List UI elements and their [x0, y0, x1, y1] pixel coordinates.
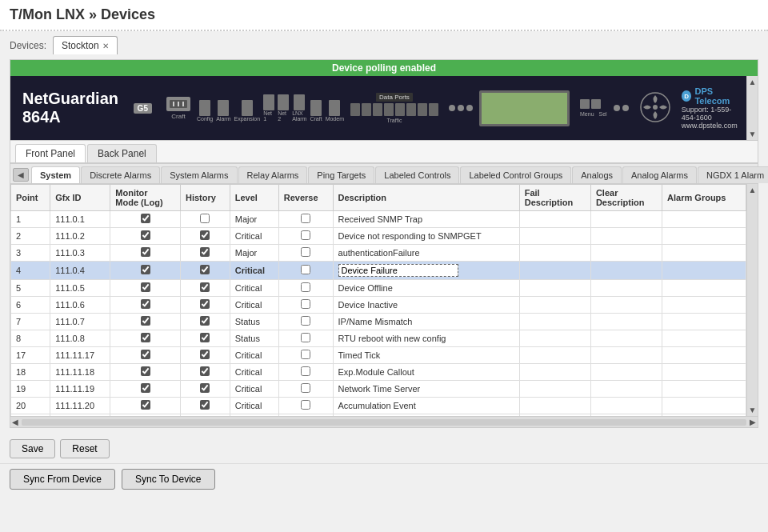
table-row[interactable]: 19111.11.19CriticalNetwork Time Server [11, 381, 746, 398]
hscroll-left-arrow[interactable]: ◀ [12, 418, 18, 426]
cell-gfx-id: 111.11.21 [50, 414, 110, 417]
horiz-scroll[interactable]: ◀ ▶ [10, 416, 758, 427]
cell-reverse[interactable] [278, 398, 333, 414]
cell-history[interactable] [180, 228, 230, 245]
tab-labeled-control-groups[interactable]: Labeled Control Groups [460, 166, 571, 183]
tab-stockton[interactable]: Stockton ✕ [53, 36, 118, 54]
table-scroll-content[interactable]: Point Gfx ID MonitorMode (Log) History L… [10, 184, 746, 416]
cell-gfx-id: 111.0.3 [50, 245, 110, 262]
cell-history[interactable] [180, 280, 230, 297]
sync-from-button[interactable]: Sync From Device [10, 469, 115, 490]
cell-monitor[interactable] [110, 262, 181, 280]
cell-reverse[interactable] [278, 245, 333, 262]
tabs-prev-arrow[interactable]: ◀ [13, 168, 29, 182]
cell-alarm-groups [662, 262, 746, 280]
tab-analogs[interactable]: Analogs [572, 166, 622, 183]
cell-reverse[interactable] [278, 330, 333, 347]
table-row[interactable]: 1111.0.1MajorReceived SNMP Trap [11, 211, 746, 228]
cell-alarm-groups [662, 398, 746, 414]
cell-history[interactable] [180, 314, 230, 330]
cell-description: Exp.Module Callout [333, 364, 519, 381]
cell-point: 19 [11, 381, 50, 398]
cell-reverse[interactable] [278, 314, 333, 330]
cell-monitor[interactable] [110, 364, 181, 381]
tab-ping-targets[interactable]: Ping Targets [308, 166, 374, 183]
cell-history[interactable] [180, 262, 230, 280]
table-row[interactable]: 8111.0.8StatusRTU reboot with new config [11, 330, 746, 347]
tab-ngdx-alarm[interactable]: NGDX 1 Alarm [698, 166, 768, 183]
cell-monitor[interactable] [110, 347, 181, 364]
table-row[interactable]: 3111.0.3MajorauthenticationFailure [11, 245, 746, 262]
cell-monitor[interactable] [110, 280, 181, 297]
cell-reverse[interactable] [278, 280, 333, 297]
cell-level: Critical [230, 280, 278, 297]
table-row[interactable]: 20111.11.20CriticalAccumulation Event [11, 398, 746, 414]
cell-history[interactable] [180, 398, 230, 414]
vscroll-up-arrow[interactable]: ▲ [749, 186, 757, 194]
tab-front-panel[interactable]: Front Panel [15, 144, 86, 162]
save-button[interactable]: Save [10, 439, 55, 458]
cell-monitor[interactable] [110, 314, 181, 330]
cell-monitor[interactable] [110, 245, 181, 262]
cell-reverse[interactable] [278, 262, 333, 280]
cell-monitor[interactable] [110, 381, 181, 398]
table-row[interactable]: 7111.0.7StatusIP/Name Mismatch [11, 314, 746, 330]
table-row[interactable]: 2111.0.2CriticalDevice not responding to… [11, 228, 746, 245]
data-table: Point Gfx ID MonitorMode (Log) History L… [10, 184, 746, 416]
cell-history[interactable] [180, 364, 230, 381]
hscroll-track[interactable] [22, 419, 746, 426]
cell-reverse[interactable] [278, 381, 333, 398]
cell-level: Critical [230, 297, 278, 314]
cell-level: Status [230, 314, 278, 330]
table-row[interactable]: 4111.0.4Critical [11, 262, 746, 280]
table-scroll-container: Point Gfx ID MonitorMode (Log) History L… [10, 184, 758, 416]
tab-close-icon[interactable]: ✕ [102, 42, 109, 50]
cell-alarm-groups [662, 280, 746, 297]
cell-description: Timed Tick [333, 347, 519, 364]
table-row[interactable]: 6111.0.6CriticalDevice Inactive [11, 297, 746, 314]
cell-reverse[interactable] [278, 414, 333, 417]
cell-monitor[interactable] [110, 330, 181, 347]
vscroll-down-arrow[interactable]: ▼ [749, 406, 757, 414]
tab-discrete-alarms[interactable]: Discrete Alarms [81, 166, 160, 183]
table-row[interactable]: 5111.0.5CriticalDevice Offline [11, 280, 746, 297]
hscroll-right-arrow[interactable]: ▶ [750, 418, 756, 426]
table-row[interactable]: 17111.11.17CriticalTimed Tick [11, 347, 746, 364]
cell-monitor[interactable] [110, 398, 181, 414]
tab-analog-alarms[interactable]: Analog Alarms [622, 166, 697, 183]
scroll-down-arrow[interactable]: ▼ [749, 130, 757, 138]
cell-history[interactable] [180, 330, 230, 347]
table-row[interactable]: 21111.11.21CriticalDuplicate IP Address [11, 414, 746, 417]
table-vscroll[interactable]: ▲ ▼ [746, 184, 758, 416]
cell-reverse[interactable] [278, 364, 333, 381]
reset-button[interactable]: Reset [60, 439, 109, 458]
cell-history[interactable] [180, 245, 230, 262]
cell-monitor[interactable] [110, 228, 181, 245]
cell-monitor[interactable] [110, 211, 181, 228]
tab-back-panel[interactable]: Back Panel [87, 144, 157, 162]
cell-history[interactable] [180, 414, 230, 417]
craft-label: Craft [171, 113, 185, 120]
sync-to-button[interactable]: Sync To Device [122, 469, 214, 490]
device-scrollbar[interactable]: ▲ ▼ [746, 76, 758, 140]
cell-history[interactable] [180, 381, 230, 398]
cell-reverse[interactable] [278, 347, 333, 364]
table-row[interactable]: 18111.11.18CriticalExp.Module Callout [11, 364, 746, 381]
cell-history[interactable] [180, 211, 230, 228]
cell-reverse[interactable] [278, 297, 333, 314]
cell-reverse[interactable] [278, 228, 333, 245]
cell-monitor[interactable] [110, 414, 181, 417]
tab-relay-alarms[interactable]: Relay Alarms [238, 166, 308, 183]
scroll-up-arrow[interactable]: ▲ [749, 78, 757, 86]
fan-icon [639, 91, 671, 126]
tab-system-alarms[interactable]: System Alarms [161, 166, 237, 183]
tab-system[interactable]: System [31, 166, 80, 183]
cell-reverse[interactable] [278, 211, 333, 228]
cell-description[interactable] [333, 262, 519, 280]
cell-history[interactable] [180, 347, 230, 364]
tab-labeled-controls[interactable]: Labeled Controls [375, 166, 459, 183]
cell-monitor[interactable] [110, 297, 181, 314]
cell-history[interactable] [180, 297, 230, 314]
cell-alarm-groups [662, 364, 746, 381]
col-gfx-id: Gfx ID [50, 185, 110, 211]
